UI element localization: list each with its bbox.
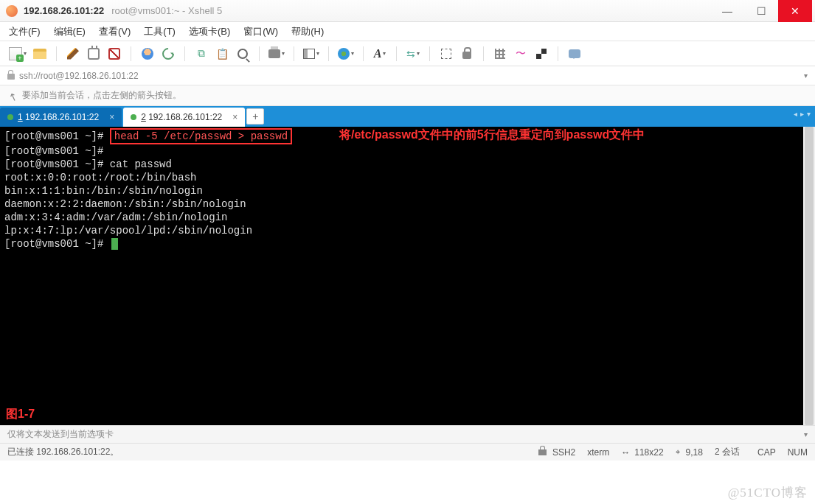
separator xyxy=(131,46,131,61)
open-session-button[interactable] xyxy=(31,45,49,63)
separator xyxy=(363,46,364,61)
send-text-label: 仅将文本发送到当前选项卡 xyxy=(7,428,114,441)
globe-icon xyxy=(338,48,350,60)
tab-close-button[interactable]: × xyxy=(109,112,114,122)
new-tab-button[interactable]: + xyxy=(246,108,264,125)
expand-icon xyxy=(441,49,451,59)
layout-button[interactable]: ▾ xyxy=(302,45,321,63)
send-text-bar[interactable]: 仅将文本发送到当前选项卡 ▾ xyxy=(0,425,815,443)
close-button[interactable]: ✕ xyxy=(778,0,812,22)
chevron-down-icon[interactable]: ▾ xyxy=(804,71,808,80)
chevron-down-icon[interactable]: ▾ xyxy=(804,430,808,438)
separator xyxy=(56,46,57,61)
tab-close-button[interactable]: × xyxy=(232,112,237,122)
find-button[interactable] xyxy=(234,45,252,63)
statusbar: 已连接 192.168.26.101:22。 SSH2 xterm ↔118x2… xyxy=(0,443,815,461)
new-tab-icon xyxy=(9,47,22,60)
terminal-line: lp:x:4:7:lp:/var/spool/lpd:/sbin/nologin xyxy=(4,224,811,237)
menu-help[interactable]: 帮助(H) xyxy=(291,25,324,38)
folder-icon xyxy=(33,49,46,59)
copy-icon: ⧉ xyxy=(198,47,205,60)
status-protocol: SSH2 xyxy=(538,447,575,458)
status-sessions: 2 会话 xyxy=(715,446,740,458)
lock-icon xyxy=(7,74,15,80)
qr-button[interactable] xyxy=(533,45,550,63)
session-tabbar: 1 192.168.26.101:22 × 2 192.168.26.101:2… xyxy=(0,106,815,127)
terminal-line: bin:x:1:1:bin:/bin:/sbin/nologin xyxy=(4,184,811,197)
grid-icon xyxy=(495,49,505,59)
layout-icon xyxy=(303,49,315,59)
cursor xyxy=(111,238,118,250)
lock-icon xyxy=(462,52,471,59)
language-button[interactable]: ▾ xyxy=(336,45,356,63)
session-tab-1[interactable]: 1 192.168.26.101:22 × xyxy=(0,108,122,127)
tab-nav-menu[interactable]: ▾ xyxy=(807,110,811,118)
menu-tools[interactable]: 工具(T) xyxy=(144,25,176,38)
separator xyxy=(259,46,260,61)
status-dot-icon xyxy=(131,114,136,120)
status-size: ↔118x22 xyxy=(621,447,663,458)
terminal-line: adm:x:3:4:adm:/var/adm:/sbin/nologin xyxy=(4,211,811,224)
tab-nav-right[interactable]: ▸ xyxy=(800,110,804,118)
tile-button[interactable] xyxy=(491,45,509,63)
menu-edit[interactable]: 编辑(E) xyxy=(54,25,86,38)
terminal-line: [root@vms001 ~]# cat passwd xyxy=(4,158,811,171)
addressbar[interactable]: ssh://root@192.168.26.101:22 ▾ xyxy=(0,66,815,85)
status-termtype: xterm xyxy=(587,447,609,458)
paste-button[interactable]: 📋 xyxy=(213,45,231,63)
minimize-button[interactable]: — xyxy=(710,0,744,22)
terminal-line: [root@vms001 ~]# xyxy=(4,144,811,158)
highlight-button[interactable]: 〜 xyxy=(512,45,530,63)
tab-nav-arrows: ◂ ▸ ▾ xyxy=(794,110,811,118)
menu-window[interactable]: 窗口(W) xyxy=(243,25,278,38)
separator xyxy=(483,46,484,61)
chat-button[interactable] xyxy=(566,45,583,63)
print-button[interactable]: ▾ xyxy=(267,45,286,63)
maximize-button[interactable]: ☐ xyxy=(744,0,778,22)
prompt: [root@vms001 ~]# xyxy=(4,130,103,142)
address-url: ssh://root@192.168.26.101:22 xyxy=(19,71,139,81)
connect-button[interactable] xyxy=(85,45,103,63)
session-tab-2[interactable]: 2 192.168.26.101:22 × xyxy=(123,108,245,127)
highlighted-command: head -5 /etc/passwd > passwd xyxy=(110,128,292,144)
terminal-scrollbar[interactable] xyxy=(803,127,815,425)
terminal[interactable]: [root@vms001 ~]# head -5 /etc/passwd > p… xyxy=(0,127,815,425)
refresh-icon xyxy=(160,45,177,62)
new-session-button[interactable]: ▾ xyxy=(7,45,28,63)
separator xyxy=(396,46,397,61)
menubar: 文件(F) 编辑(E) 查看(V) 工具(T) 选项卡(B) 窗口(W) 帮助(… xyxy=(0,22,815,41)
profile-icon xyxy=(142,48,153,60)
lock-button[interactable] xyxy=(458,45,476,63)
menu-file[interactable]: 文件(F) xyxy=(9,25,41,38)
separator xyxy=(429,46,430,61)
status-connection: 已连接 192.168.26.101:22。 xyxy=(7,446,527,458)
wave-icon: 〜 xyxy=(516,47,526,60)
qr-icon xyxy=(536,49,547,59)
font-button[interactable]: A▾ xyxy=(371,45,389,63)
window-controls: — ☐ ✕ xyxy=(710,0,812,22)
lock-icon xyxy=(538,449,547,455)
fullscreen-button[interactable] xyxy=(437,45,455,63)
window-title: 192.168.26.101:22 xyxy=(24,5,104,16)
tab-label: 1 192.168.26.101:22 xyxy=(18,112,99,122)
infobar-text: 要添加当前会话，点击左侧的箭头按钮。 xyxy=(22,89,181,102)
separator xyxy=(558,46,558,61)
compose-button[interactable] xyxy=(64,45,82,63)
printer-icon xyxy=(268,49,280,58)
terminal-line: root:x:0:0:root:/root:/bin/bash xyxy=(4,171,811,184)
annotation-text: 将/etc/passwd文件中的前5行信息重定向到passwd文件中 xyxy=(339,128,645,141)
tab-nav-left[interactable]: ◂ xyxy=(794,110,797,118)
menu-tabs[interactable]: 选项卡(B) xyxy=(189,25,230,38)
reconnect-button[interactable] xyxy=(159,45,177,63)
scrollbar-thumb[interactable] xyxy=(805,127,814,425)
transfer-button[interactable]: ⇆▾ xyxy=(404,45,422,63)
menu-view[interactable]: 查看(V) xyxy=(99,25,131,38)
disconnect-button[interactable] xyxy=(105,45,123,63)
copy-button[interactable]: ⧉ xyxy=(193,45,210,63)
cursor-icon: ⌖ xyxy=(676,447,680,457)
arrow-icon[interactable] xyxy=(7,91,18,101)
search-icon xyxy=(237,49,248,59)
status-num: NUM xyxy=(788,447,808,458)
profile-button[interactable] xyxy=(139,45,156,63)
status-cursor: ⌖9,18 xyxy=(676,447,703,458)
